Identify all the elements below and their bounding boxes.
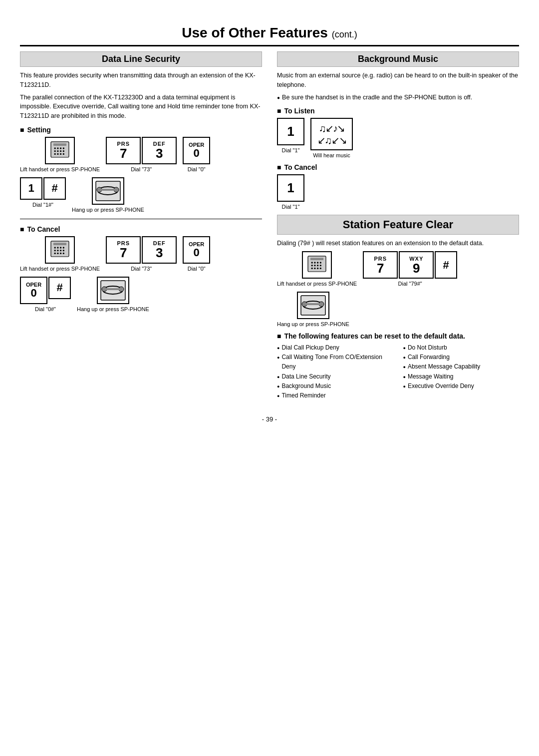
- svg-point-7: [54, 150, 56, 152]
- svg-rect-40: [310, 258, 323, 260]
- wxy9-icon: WXY 9: [399, 251, 434, 279]
- station-body1: Dialing (79# ) will reset station featur…: [277, 239, 519, 248]
- svg-point-23: [57, 247, 58, 248]
- feature-item-3: Data Line Security: [277, 372, 393, 381]
- dls-body2: The parallel connection of the KX-T12323…: [20, 93, 262, 121]
- svg-point-6: [63, 147, 64, 149]
- reset-title-text: The following features can be reset to t…: [284, 332, 465, 340]
- feature-col-left: Dial Call Pickup Deny Call Waiting Tone …: [277, 343, 393, 400]
- feature-item-7: Call Forwarding: [403, 353, 520, 362]
- feature-item-4: Background Music: [277, 381, 393, 391]
- svg-point-42: [314, 262, 315, 263]
- cancel-steps-row1: Lift handset or press SP-PHONE PRS 7 DEF…: [20, 236, 262, 272]
- station-steps-row1: Lift handset or press SP-PHONE PRS 7 WXY…: [277, 251, 519, 287]
- key1-listen-icon: 1: [277, 118, 304, 145]
- cancel-step4: OPER 0 # Dial "0#": [20, 277, 71, 312]
- svg-point-30: [54, 253, 56, 254]
- prs7-icon: PRS 7: [106, 137, 141, 164]
- page-title: Use of Other Features (cont.): [20, 25, 519, 46]
- svg-point-12: [57, 153, 58, 155]
- feature-item-8: Absent Message Capability: [403, 362, 520, 372]
- oper0-icon-2: OPER 0: [183, 236, 210, 264]
- prs7-icon-3: PRS 7: [363, 251, 398, 279]
- svg-rect-38: [105, 288, 121, 290]
- setting-steps-row1: Lift handset or press SP-PHONE PRS 7 DEF…: [20, 137, 262, 172]
- divider-1: [20, 219, 262, 219]
- feature-item-6: Do Not Disturb: [403, 343, 520, 353]
- prs7-icon-2: PRS 7: [106, 236, 141, 264]
- hangup-svg-2: [99, 279, 127, 302]
- svg-point-31: [57, 253, 58, 254]
- phone-icon-3: [302, 251, 332, 279]
- setting-step5: Hang up or press SP-PHONE: [72, 177, 144, 213]
- svg-point-33: [63, 253, 64, 254]
- hash-icon-3: #: [435, 251, 457, 279]
- to-listen-title: To Listen: [277, 107, 519, 115]
- feature-item-5: Timed Reminder: [277, 391, 393, 400]
- cancel-step2-label: Dial "73": [131, 266, 152, 272]
- phone-svg-2: [47, 239, 72, 261]
- cancel-step5-label: Hang up or press SP-PHONE: [77, 306, 149, 312]
- setting-step4-label: Dial "1#": [32, 202, 53, 208]
- hangup-icon-3: [297, 292, 329, 319]
- svg-point-47: [317, 265, 318, 266]
- setting-step1: Lift handset or press SP-PHONE: [20, 137, 100, 172]
- key1-cancel-icon: 1: [277, 174, 304, 202]
- svg-point-45: [311, 265, 313, 266]
- setting-step5-label: Hang up or press SP-PHONE: [72, 207, 144, 213]
- svg-point-24: [60, 247, 61, 248]
- cancel-steps-row2: OPER 0 # Dial "0#": [20, 277, 262, 312]
- listen-steps: 1 Dial "1" ♫↙♪↘ ↙♫↙↘ Will hear music: [277, 118, 519, 158]
- svg-rect-19: [100, 189, 116, 191]
- station-step2-label: Dial "79#": [398, 281, 422, 287]
- cancel-step1-label: Lift handset or press SP-PHONE: [20, 266, 100, 272]
- svg-point-25: [63, 247, 64, 248]
- svg-point-41: [311, 262, 313, 263]
- svg-point-52: [320, 268, 321, 269]
- data-line-security-section: Data Line Security This feature provides…: [20, 51, 262, 400]
- svg-point-48: [320, 265, 321, 266]
- feature-item-2: Call Waiting Tone From CO/Extension Deny: [277, 353, 393, 372]
- station-step3: Hang up or press SP-PHONE: [277, 292, 349, 327]
- setting-step2-label: Dial "73": [131, 166, 152, 172]
- def3-icon: DEF 3: [142, 137, 177, 164]
- station-step1: Lift handset or press SP-PHONE: [277, 251, 357, 287]
- hash-icon: #: [43, 177, 66, 200]
- phone-icon-1: [45, 137, 75, 164]
- svg-rect-57: [305, 303, 321, 305]
- station-step2: PRS 7 WXY 9 # Dial "79#": [363, 251, 457, 287]
- svg-point-3: [54, 147, 56, 149]
- setting-step3-label: Dial "0": [188, 166, 206, 172]
- feature-item-9: Message Waiting: [403, 372, 520, 381]
- hangup-svg-3: [299, 294, 327, 317]
- svg-point-49: [311, 268, 313, 269]
- svg-point-50: [314, 268, 315, 269]
- bg-cancel-step1-label: Dial "1": [282, 204, 300, 210]
- feature-list-left: Dial Call Pickup Deny Call Waiting Tone …: [277, 343, 393, 400]
- listen-step2-label: Will hear music: [313, 152, 350, 158]
- setting-step4: 1 # Dial "1#": [20, 177, 66, 208]
- station-steps-row2: Hang up or press SP-PHONE: [277, 292, 519, 327]
- cancel-step3: OPER 0 Dial "0": [183, 236, 210, 272]
- cancel-step4-label: Dial "0#": [35, 306, 56, 312]
- reset-title: The following features can be reset to t…: [277, 332, 519, 340]
- svg-rect-21: [53, 243, 66, 245]
- phone-svg-3: [304, 254, 329, 276]
- feature-item-10: Executive Override Deny: [403, 381, 520, 391]
- bg-music-body1: Music from an external source (e.g. radi…: [277, 71, 519, 90]
- station-step1-label: Lift handset or press SP-PHONE: [277, 281, 357, 287]
- svg-point-4: [57, 147, 58, 149]
- svg-point-43: [317, 262, 318, 263]
- def3-icon-2: DEF 3: [142, 236, 177, 264]
- svg-point-46: [314, 265, 315, 266]
- svg-point-10: [63, 150, 64, 152]
- setting-title: Setting: [20, 126, 262, 134]
- svg-point-51: [317, 268, 318, 269]
- svg-point-44: [320, 262, 321, 263]
- setting-step3: OPER 0 Dial "0": [183, 137, 210, 172]
- cancel-step1: Lift handset or press SP-PHONE: [20, 236, 100, 272]
- bg-music-bullet1: Be sure the handset is in the cradle and…: [277, 93, 519, 102]
- hangup-icon-2: [97, 277, 129, 304]
- svg-point-29: [63, 250, 64, 251]
- title-text: Use of Other Features: [182, 25, 328, 40]
